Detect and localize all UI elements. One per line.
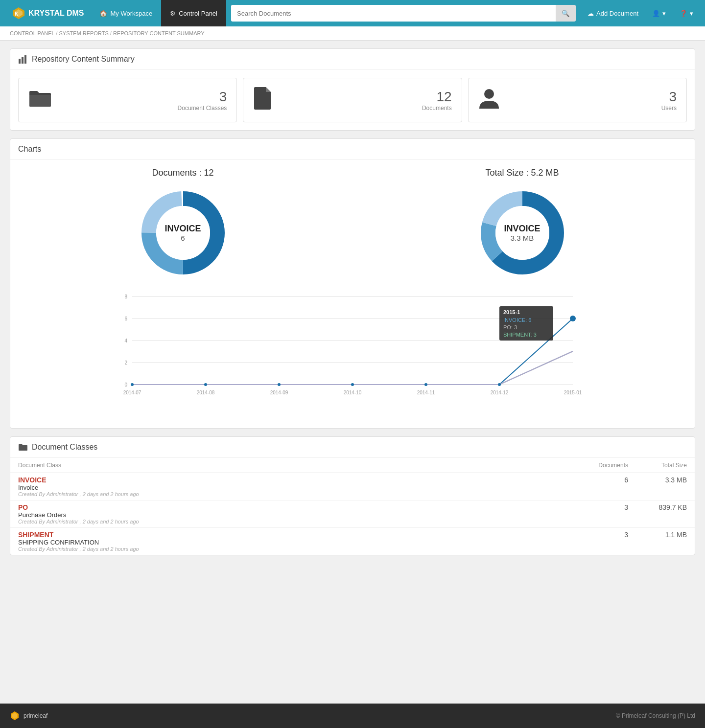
doc-class-description: Invoice bbox=[18, 484, 569, 491]
svg-text:PO: 3: PO: 3 bbox=[503, 324, 517, 330]
svg-point-34 bbox=[278, 383, 281, 386]
stat-card-document-classes: 3 Document Classes bbox=[18, 78, 237, 122]
svg-text:8: 8 bbox=[124, 294, 127, 299]
table-cell-documents: 6 bbox=[577, 473, 636, 500]
line-chart-container: 0 2 4 6 8 2014-07 2014-08 2014-09 2014-1… bbox=[18, 292, 687, 420]
nav-right: ☁ Add Document 👤 ▾ ❓ ▾ bbox=[581, 0, 700, 26]
folder-icon bbox=[28, 88, 52, 112]
stat-info-document-classes: 3 Document Classes bbox=[178, 89, 227, 112]
help-menu-button[interactable]: ❓ ▾ bbox=[673, 0, 700, 26]
chart-tooltip-group: 2015-1 INVOICE: 6 PO: 3 SHIPMENT: 3 bbox=[499, 306, 553, 341]
svg-text:2014-08: 2014-08 bbox=[197, 390, 215, 395]
stat-number-documents: 12 bbox=[422, 89, 452, 105]
col-total-size: Total Size bbox=[636, 458, 695, 473]
table-row: PO Purchase Orders Created By Administra… bbox=[10, 500, 695, 528]
cloud-icon: ☁ bbox=[588, 10, 594, 17]
svg-text:2: 2 bbox=[124, 360, 127, 365]
page-title: Repository Content Summary bbox=[32, 55, 135, 64]
svg-text:4: 4 bbox=[124, 338, 127, 343]
main-content: Repository Content Summary 3 Document Cl… bbox=[0, 41, 705, 704]
brand-logo-icon: K bbox=[12, 6, 25, 20]
document-classes-section-label: Document Classes bbox=[32, 443, 97, 452]
svg-text:2014-10: 2014-10 bbox=[344, 390, 362, 395]
breadcrumb-item-1[interactable]: CONTROL PANEL bbox=[10, 30, 54, 36]
breadcrumb: CONTROL PANEL SYSTEM REPORTS REPOSITORY … bbox=[0, 26, 705, 41]
breadcrumb-item-3: REPOSITORY CONTENT SUMMARY bbox=[110, 30, 205, 36]
stat-card-documents: 12 Documents bbox=[243, 78, 462, 122]
doc-class-name-link[interactable]: SHIPMENT bbox=[18, 531, 569, 539]
svg-point-36 bbox=[424, 383, 427, 386]
stats-row: 3 Document Classes 12 Documents bbox=[10, 70, 695, 130]
table-header-row: Document Class Documents Total Size bbox=[10, 458, 695, 473]
svg-text:2015-1: 2015-1 bbox=[503, 309, 520, 315]
charts-donut-row: Documents : 12 I bbox=[18, 168, 687, 282]
doc-class-description: Purchase Orders bbox=[18, 511, 569, 519]
line-chart-svg: 0 2 4 6 8 2014-07 2014-08 2014-09 2014-1… bbox=[38, 296, 667, 404]
stat-card-users: 3 Users bbox=[468, 78, 687, 122]
table-row: SHIPMENT SHIPPING CONFIRMATION Created B… bbox=[10, 528, 695, 555]
charts-section: Documents : 12 I bbox=[10, 160, 695, 428]
table-cell-size: 1.1 MB bbox=[636, 528, 695, 555]
breadcrumb-item-2[interactable]: SYSTEM REPORTS bbox=[56, 30, 108, 36]
stat-info-users: 3 Users bbox=[661, 89, 677, 112]
chart-size: Total Size : 5.2 MB bbox=[357, 168, 687, 282]
chart-documents-title: Documents : 12 bbox=[152, 168, 213, 178]
svg-text:K: K bbox=[15, 11, 19, 17]
svg-text:2014-09: 2014-09 bbox=[270, 390, 288, 395]
table-cell-class: INVOICE Invoice Created By Administrator… bbox=[10, 473, 577, 500]
table-row: INVOICE Invoice Created By Administrator… bbox=[10, 473, 695, 500]
nav-control-panel[interactable]: ⚙ Control Panel bbox=[161, 0, 226, 26]
svg-rect-5 bbox=[24, 55, 26, 64]
footer-brand: primeleaf bbox=[10, 711, 47, 721]
svg-text:2014-12: 2014-12 bbox=[491, 390, 509, 395]
stat-number-document-classes: 3 bbox=[178, 89, 227, 105]
search-input[interactable] bbox=[231, 5, 556, 22]
table-cell-documents: 3 bbox=[577, 528, 636, 555]
svg-point-37 bbox=[498, 383, 501, 386]
stat-label-document-classes: Document Classes bbox=[178, 105, 227, 112]
svg-point-38 bbox=[570, 316, 576, 321]
brand: K KRYSTAL DMS bbox=[5, 0, 91, 26]
nav-my-workspace[interactable]: 🏠 My Workspace bbox=[91, 0, 161, 26]
chart-size-title: Total Size : 5.2 MB bbox=[485, 168, 559, 178]
document-classes-table: Document Class Documents Total Size INVO… bbox=[10, 458, 695, 555]
svg-text:2014-07: 2014-07 bbox=[123, 390, 141, 395]
doc-class-meta: Created By Administrator , 2 days and 2 … bbox=[18, 491, 569, 497]
donut-svg-size bbox=[473, 184, 571, 282]
svg-text:0: 0 bbox=[124, 382, 127, 387]
svg-text:6: 6 bbox=[124, 316, 127, 321]
svg-point-10 bbox=[156, 206, 210, 260]
document-classes-card: Document Classes Document Class Document… bbox=[10, 436, 695, 555]
col-class: Document Class bbox=[10, 458, 577, 473]
col-documents: Documents bbox=[577, 458, 636, 473]
charts-label: Charts bbox=[18, 145, 41, 154]
svg-rect-4 bbox=[22, 57, 24, 64]
doc-class-description: SHIPPING CONFIRMATION bbox=[18, 539, 569, 546]
users-icon bbox=[478, 87, 500, 113]
doc-class-meta: Created By Administrator , 2 days and 2 … bbox=[18, 519, 569, 524]
doc-class-name-link[interactable]: INVOICE bbox=[18, 476, 569, 484]
add-document-button[interactable]: ☁ Add Document bbox=[581, 0, 645, 26]
table-cell-documents: 3 bbox=[577, 500, 636, 528]
page-title-header: Repository Content Summary bbox=[10, 49, 695, 70]
charts-card: Charts Documents : 12 bbox=[10, 138, 695, 429]
bar-chart-icon bbox=[18, 55, 28, 64]
footer-brand-name: primeleaf bbox=[24, 712, 47, 719]
question-icon: ❓ bbox=[680, 10, 687, 17]
dropdown-icon-help: ▾ bbox=[690, 10, 693, 17]
stat-label-users: Users bbox=[661, 105, 677, 112]
table-cell-size: 839.7 KB bbox=[636, 500, 695, 528]
search-bar: 🔍 bbox=[231, 5, 576, 22]
svg-text:INVOICE: 6: INVOICE: 6 bbox=[503, 317, 531, 323]
file-icon bbox=[253, 86, 272, 114]
doc-class-meta: Created By Administrator , 2 days and 2 … bbox=[18, 546, 569, 552]
search-button[interactable]: 🔍 bbox=[556, 5, 576, 22]
footer: primeleaf © Primeleaf Consulting (P) Ltd bbox=[0, 704, 705, 728]
search-icon: 🔍 bbox=[562, 10, 570, 17]
doc-class-name-link[interactable]: PO bbox=[18, 503, 569, 511]
svg-text:2014-11: 2014-11 bbox=[417, 390, 435, 395]
charts-header: Charts bbox=[10, 139, 695, 160]
svg-text:2015-01: 2015-01 bbox=[564, 390, 582, 395]
donut-svg-documents bbox=[134, 184, 232, 282]
user-menu-button[interactable]: 👤 ▾ bbox=[645, 0, 673, 26]
